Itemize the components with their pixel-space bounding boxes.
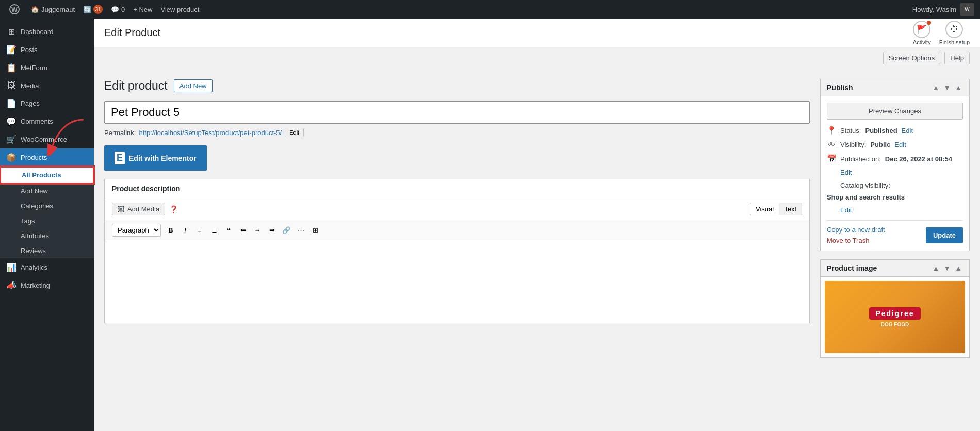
sidebar-sub-attributes[interactable]: Attributes [0,228,94,243]
sidebar-item-dashboard[interactable]: ⊞ Dashboard [0,23,94,41]
published-value: Dec 26, 2022 at 08:54 [885,155,952,163]
visual-tab[interactable]: Visual [750,203,779,216]
woocommerce-icon: 🛒 [6,135,17,144]
formatting-bar: Paragraph Heading 1 Heading 2 Heading 3 … [105,220,809,240]
permalink-url[interactable]: http://localhost/SetupTest/product/pet-p… [139,129,282,137]
products-icon: 📦 [6,153,17,162]
editor-content-area[interactable] [105,240,809,323]
image-panel-close[interactable]: ▲ [954,264,963,272]
adminbar-updates[interactable]: 🔄 31 [83,5,103,14]
sidebar-item-products[interactable]: 📦 Products [0,148,94,167]
new-label: + New [133,6,152,13]
activity-button[interactable]: 🚩 Activity [913,21,931,45]
status-edit-link[interactable]: Edit [902,127,913,135]
finish-setup-label: Finish setup [939,39,970,45]
move-trash-link[interactable]: Move to Trash [827,237,869,244]
finish-setup-icon: ⏱ [945,21,963,38]
sidebar-item-label: Products [21,154,47,161]
update-button[interactable]: Update [926,227,963,243]
sidebar-item-label: Comments [21,118,53,125]
collapse-down-button[interactable]: ▼ [942,84,952,92]
sidebar-item-woocommerce[interactable]: 🛒 WooCommerce [0,130,94,148]
product-image[interactable]: Pedigree DOG FOOD [825,281,965,353]
pedigree-brand: Pedigree [869,307,920,320]
activity-label: Activity [913,39,931,45]
more-button[interactable]: ⋯ [294,223,307,237]
catalog-field: Catalog visibility: Shop and search resu… [827,181,963,201]
page-header-title: Edit Product [104,27,160,39]
sidebar-item-comments[interactable]: 💬 Comments [0,112,94,130]
paragraph-select[interactable]: Paragraph Heading 1 Heading 2 Heading 3 [112,224,161,237]
sidebar-sub-tags[interactable]: Tags [0,213,94,228]
adminbar-comments[interactable]: 💬 0 [111,6,125,13]
collapse-up-button[interactable]: ▲ [931,84,940,92]
sidebar-item-analytics[interactable]: 📊 Analytics [0,258,94,276]
sidebar-item-media[interactable]: 🖼 Media [0,77,94,94]
sidebar-item-label: Pages [21,100,40,107]
sidebar-item-pages[interactable]: 📄 Pages [0,94,94,112]
italic-button[interactable]: I [178,223,192,237]
sidebar-item-metaform[interactable]: 📋 MetForm [0,59,94,77]
header-right-controls: 🚩 Activity ⏱ Finish setup [913,21,970,45]
view-product-label: View product [161,6,200,13]
pedigree-subtitle: DOG FOOD [881,322,909,327]
editor-area: Edit product Add New Permalink: http://l… [104,79,810,323]
published-edit-link[interactable]: Edit [840,169,852,176]
sidebar-item-label: Posts [21,46,38,54]
image-panel-collapse-down[interactable]: ▼ [942,264,952,272]
product-image-panel-header: Product image ▲ ▼ ▲ [821,260,969,277]
product-image-title: Product image [827,264,877,272]
unordered-list-button[interactable]: ≡ [193,223,206,237]
updates-count: 31 [93,5,103,14]
align-right-button[interactable]: ➡ [265,223,279,237]
help-question-icon[interactable]: ❓ [169,205,178,213]
preview-changes-button[interactable]: Preview Changes [827,103,963,120]
user-avatar[interactable]: W [960,3,974,16]
visibility-icon: 👁 [827,140,836,149]
add-media-button[interactable]: 🖼 Add Media [112,203,165,216]
copy-draft-link[interactable]: Copy to a new draft [827,226,885,234]
help-button[interactable]: Help [944,52,970,64]
visibility-edit-link[interactable]: Edit [894,141,906,148]
product-description-panel: Product description 🖼 Add Media ❓ Visual… [104,179,810,323]
adminbar-new[interactable]: + New [133,6,152,13]
header-action-buttons: Screen Options Help [883,52,970,64]
align-center-button[interactable]: ↔ [251,223,264,237]
sidebar-item-label: Marketing [21,281,50,289]
sidebar-sub-categories[interactable]: Categories [0,198,94,213]
close-panel-button[interactable]: ▲ [954,84,963,92]
image-panel-collapse-up[interactable]: ▲ [931,264,940,272]
adminbar-view-product[interactable]: View product [161,6,200,13]
sidebar-sub-reviews[interactable]: Reviews [0,243,94,258]
wp-logo[interactable]: W [6,1,23,18]
howdy-text: Howdy, Wasim [912,6,956,13]
finish-setup-button[interactable]: ⏱ Finish setup [939,21,970,45]
blockquote-button[interactable]: ❝ [222,223,235,237]
publish-panel-title: Publish [827,84,853,92]
bold-button[interactable]: B [164,223,177,237]
edit-with-elementor-button[interactable]: E Edit with Elementor [104,145,207,171]
screen-options-button[interactable]: Screen Options [883,52,941,64]
product-title-input[interactable] [104,101,810,124]
sidebar: ⊞ Dashboard 📝 Posts 📋 MetForm 🖼 Media 📄 … [0,19,94,431]
link-button[interactable]: 🔗 [280,223,293,237]
publish-actions: Copy to a new draft Move to Trash Update [827,220,963,244]
adminbar-site[interactable]: 🏠 Juggernaut [31,6,75,13]
sidebar-sub-all-products[interactable]: All Products [0,167,94,184]
catalog-edit-link[interactable]: Edit [840,206,852,214]
sub-header: Screen Options Help [94,47,980,69]
table-button[interactable]: ⊞ [308,223,322,237]
admin-bar: W 🏠 Juggernaut 🔄 31 💬 0 + New View produ… [0,0,980,19]
comments-count: 0 [121,6,125,13]
sidebar-item-marketing[interactable]: 📣 Marketing [0,276,94,294]
sidebar-sub-add-new[interactable]: Add New [0,184,94,198]
text-tab[interactable]: Text [779,203,802,216]
ordered-list-button[interactable]: ≣ [207,223,221,237]
sidebar-item-posts[interactable]: 📝 Posts [0,41,94,59]
add-new-button[interactable]: Add New [174,79,213,92]
elementor-icon: E [115,152,125,164]
status-icon: 📍 [827,126,836,135]
edit-slug-button[interactable]: Edit [285,128,304,137]
align-left-button[interactable]: ⬅ [236,223,250,237]
content-area: Edit Product 🚩 Activity ⏱ Finish setup [94,19,980,431]
